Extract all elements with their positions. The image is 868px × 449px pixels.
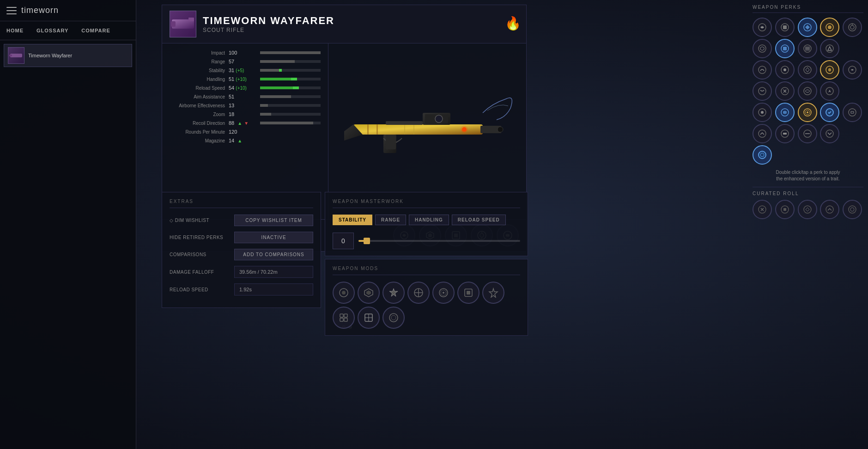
perk-r4c3[interactable] xyxy=(798,81,817,101)
extra-row-retired: HIDE RETIRED PERKS INACTIVE xyxy=(170,232,313,243)
perk-r1c1[interactable] xyxy=(753,18,772,37)
perk-r6c3[interactable] xyxy=(798,124,817,143)
perk-r6c4[interactable] xyxy=(820,124,839,143)
mw-tab-range[interactable]: RANGE xyxy=(375,215,406,225)
perk-r3c2[interactable] xyxy=(775,60,795,80)
sidebar-nav: HOME GLOSSARY COMPARE xyxy=(0,21,136,40)
perks-row-3 xyxy=(753,60,863,80)
curated-title: CURATED ROLL xyxy=(753,187,863,196)
stat-bar-range xyxy=(260,60,321,63)
mod-icon-3[interactable] xyxy=(382,282,405,304)
perk-r6c2[interactable] xyxy=(775,124,795,143)
weapon-type: SCOUT RIFLE xyxy=(203,27,498,33)
masterwork-slider-thumb[interactable] xyxy=(364,238,370,244)
mod-icon-5[interactable] xyxy=(432,282,455,304)
stat-value-stability: 31 (+5) xyxy=(229,68,256,73)
perk-r1c2[interactable] xyxy=(775,18,795,37)
sidebar-items: Timeworn Wayfarer xyxy=(0,40,136,71)
add-comparisons-btn[interactable]: ADD TO COMPARISONS xyxy=(234,249,313,260)
nav-home[interactable]: HOME xyxy=(0,25,30,36)
perk-r3c1[interactable] xyxy=(753,60,772,80)
perk-r3c5[interactable] xyxy=(843,60,862,80)
stat-row-range: Range 57 xyxy=(170,59,321,64)
perk-r3c3[interactable] xyxy=(798,60,817,80)
mod-icon-6[interactable] xyxy=(457,282,480,304)
perk-r5c3[interactable] xyxy=(798,103,817,122)
svg-rect-1 xyxy=(9,55,12,56)
svg-point-59 xyxy=(850,25,854,29)
mw-tab-handling[interactable]: HANDLING xyxy=(409,215,449,225)
extra-label-retired: HIDE RETIRED PERKS xyxy=(170,235,230,240)
mod-icon-4[interactable] xyxy=(407,282,430,304)
nav-compare[interactable]: COMPARE xyxy=(75,25,116,36)
svg-point-103 xyxy=(826,206,833,213)
curated-perk-4[interactable] xyxy=(820,200,839,219)
mw-tab-reload[interactable]: RELOAD SPEED xyxy=(452,215,506,225)
svg-rect-19 xyxy=(386,121,423,125)
svg-rect-3 xyxy=(171,21,176,27)
mod-icon-9[interactable] xyxy=(358,307,380,329)
svg-point-105 xyxy=(850,208,854,211)
stat-bar-impact xyxy=(260,51,321,54)
svg-point-57 xyxy=(828,25,832,29)
perks-panel: WEAPON PERKS xyxy=(753,5,863,219)
extra-row-dim: ◇ DIM WISHLIST COPY WISHLIST ITEM xyxy=(170,215,313,226)
perk-r5c2[interactable] xyxy=(775,103,795,122)
curated-grid xyxy=(753,200,863,219)
perk-r1c5[interactable] xyxy=(843,18,862,37)
sidebar-weapon-thumb xyxy=(8,47,24,64)
mods-title: WEAPON MODS xyxy=(333,266,520,275)
perk-r6c1[interactable] xyxy=(753,124,772,143)
menu-icon[interactable] xyxy=(6,7,17,14)
perk-r7c1[interactable] xyxy=(753,145,772,165)
mod-icon-1[interactable] xyxy=(333,282,355,304)
stat-row-zoom: Zoom 18 xyxy=(170,111,321,117)
nav-glossary[interactable]: GLOSSARY xyxy=(30,25,75,36)
masterwork-slider-track[interactable] xyxy=(358,240,520,242)
mod-icon-8[interactable] xyxy=(333,307,355,329)
damage-falloff-value: 39.56m / 70.22m xyxy=(234,266,313,278)
perk-r5c1[interactable] xyxy=(753,103,772,122)
perk-r5c4[interactable] xyxy=(820,103,839,122)
svg-rect-15 xyxy=(404,124,405,135)
mw-tab-stability[interactable]: STABILITY xyxy=(333,215,372,225)
mod-icon-10[interactable] xyxy=(382,307,405,329)
curated-perk-1[interactable] xyxy=(753,200,772,219)
inactive-btn[interactable]: INACTIVE xyxy=(234,232,313,243)
extra-row-comparisons: COMPARISONS ADD TO COMPARISONS xyxy=(170,249,313,260)
perk-r2c3[interactable] xyxy=(798,39,817,58)
perk-r4c2[interactable] xyxy=(775,81,795,101)
weapon-illustration xyxy=(340,85,515,178)
curated-perk-5[interactable] xyxy=(843,200,862,219)
perk-r2c4[interactable] xyxy=(820,39,839,58)
mod-icon-7[interactable] xyxy=(482,282,504,304)
perk-r1c4[interactable] xyxy=(820,18,839,37)
perk-r1c3[interactable] xyxy=(798,18,817,37)
curated-perk-2[interactable] xyxy=(775,200,795,219)
curated-perk-3[interactable] xyxy=(798,200,817,219)
svg-point-51 xyxy=(391,315,396,320)
masterwork-title: WEAPON MASTERWORK xyxy=(333,199,520,208)
perks-title: WEAPON PERKS xyxy=(753,5,863,13)
perk-r5c5[interactable] xyxy=(843,103,862,122)
stat-row-impact: Impact 100 xyxy=(170,50,321,55)
stat-value-airborne: 13 xyxy=(229,103,256,108)
svg-point-18 xyxy=(461,126,468,133)
stat-row-rpm: Rounds Per Minute 120 xyxy=(170,129,321,135)
svg-point-31 xyxy=(342,291,346,295)
perk-r4c4[interactable] xyxy=(820,81,839,101)
perk-r2c2[interactable] xyxy=(775,39,795,58)
stat-value-rpm: 120 xyxy=(229,129,237,135)
perk-r3c4[interactable] xyxy=(820,60,839,80)
stat-label-recoil: Recoil Direction xyxy=(170,121,225,126)
perk-r4c1[interactable] xyxy=(753,81,772,101)
mod-icon-2[interactable] xyxy=(358,282,380,304)
weapon-header: TIMEWORN WAYFARER SCOUT RIFLE xyxy=(162,5,526,43)
stat-bar-airborne xyxy=(260,104,321,107)
copy-wishlist-btn[interactable]: COPY WISHLIST ITEM xyxy=(234,215,313,226)
perks-note: Double click/tap a perk to applythe enha… xyxy=(753,169,863,182)
perk-r2c1[interactable] xyxy=(753,39,772,58)
sidebar-weapon-item[interactable]: Timeworn Wayfarer xyxy=(4,44,132,67)
stat-label-range: Range xyxy=(170,59,225,64)
fire-icon xyxy=(505,16,519,32)
